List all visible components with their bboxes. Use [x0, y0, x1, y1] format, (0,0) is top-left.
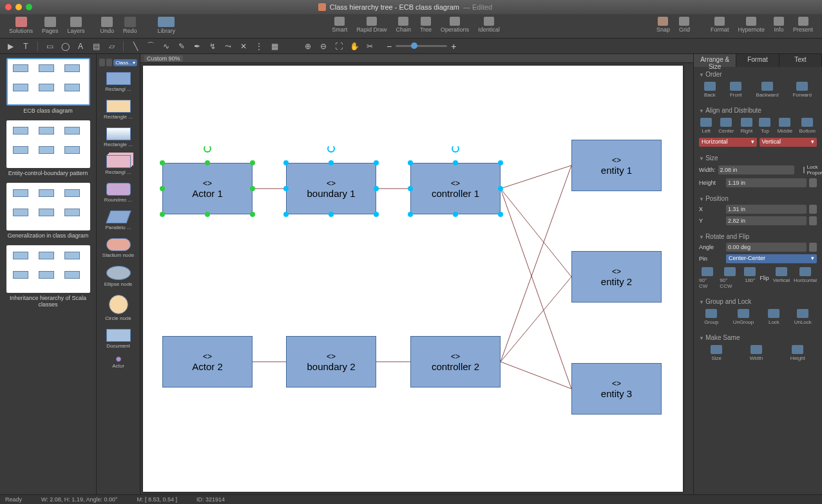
align-section-header[interactable]: Align and Distribute: [699, 106, 817, 115]
selection-handle[interactable]: [374, 212, 379, 217]
diagram-node[interactable]: <>Actor 2: [162, 336, 253, 387]
back-button[interactable]: Back: [704, 82, 716, 98]
layers-button[interactable]: Layers: [64, 15, 89, 35]
unlock-button[interactable]: UnLock: [794, 309, 812, 325]
grid-button[interactable]: Grid: [675, 15, 694, 34]
stencil-item[interactable]: Circle node: [97, 291, 140, 325]
selection-handle[interactable]: [160, 186, 165, 191]
selection-handle[interactable]: [408, 212, 413, 217]
selection-handle[interactable]: [329, 160, 334, 165]
top-button[interactable]: Top: [759, 118, 770, 134]
inspector-tab[interactable]: Format: [736, 54, 779, 67]
distribute-h-dropdown[interactable]: Horizontal▾: [699, 138, 757, 147]
selection-handle[interactable]: [453, 160, 458, 165]
info-button[interactable]: Info: [770, 15, 788, 34]
canvas-area[interactable]: Custom 90% <>Actor 1<>boundary 1<>contro…: [140, 54, 693, 494]
close-window-button[interactable]: [5, 4, 12, 10]
fit-tool[interactable]: ⛶: [332, 41, 345, 52]
page-thumbnail[interactable]: Inheritance hierarchy of Scala classes: [4, 245, 92, 308]
stencil-item[interactable]: Stadium node: [97, 234, 140, 262]
selection-handle[interactable]: [374, 186, 379, 191]
forward-button[interactable]: Forward: [793, 82, 812, 98]
undo-button[interactable]: Undo: [97, 15, 119, 35]
chain-button[interactable]: Chain: [392, 15, 415, 34]
selection-handle[interactable]: [205, 212, 210, 217]
diagram-node[interactable]: <>boundary 2: [286, 336, 376, 387]
selection-handle[interactable]: [408, 160, 413, 165]
selection-handle[interactable]: [283, 212, 289, 217]
diagram-node[interactable]: <>entity 1: [571, 140, 662, 191]
selection-handle[interactable]: [283, 160, 289, 165]
diagram-node[interactable]: <>entity 2: [571, 251, 662, 303]
distribute-v-dropdown[interactable]: Vertical▾: [760, 138, 817, 147]
90-ccw-button[interactable]: 90° CCW: [720, 267, 740, 289]
selection-handle[interactable]: [329, 212, 334, 217]
text-box-tool[interactable]: A: [74, 41, 87, 52]
library-button[interactable]: Library: [154, 15, 180, 35]
snap-button[interactable]: Snap: [653, 15, 674, 34]
x-input[interactable]: [726, 205, 807, 214]
selection-handle[interactable]: [250, 160, 255, 165]
selection-handle[interactable]: [205, 160, 210, 165]
group-section-header[interactable]: Group and Lock: [699, 297, 817, 306]
selection-handle[interactable]: [498, 212, 503, 217]
stencil-item[interactable]: Rectangl ...: [97, 68, 140, 96]
stencil-category-dropdown[interactable]: Class...▾: [113, 59, 137, 66]
hand-tool[interactable]: ✋: [348, 41, 361, 52]
middle-button[interactable]: Middle: [778, 118, 793, 134]
right-button[interactable]: Right: [741, 118, 753, 134]
rotation-handle[interactable]: [327, 145, 335, 153]
format-button[interactable]: Format: [707, 15, 733, 34]
zoom-minus-icon[interactable]: −: [387, 41, 392, 51]
ellipse-tool[interactable]: ◯: [59, 41, 72, 52]
hypernote-button[interactable]: Hypernote: [734, 15, 769, 34]
180--button[interactable]: 180°: [744, 267, 756, 289]
angle-input[interactable]: [726, 243, 807, 252]
selection-handle[interactable]: [498, 160, 503, 165]
selection-handle[interactable]: [408, 186, 413, 191]
diagram-node[interactable]: <>entity 3: [571, 363, 662, 415]
crop-tool[interactable]: ✂: [363, 41, 376, 52]
flip-vertical-button[interactable]: Vertical: [773, 267, 790, 289]
zoom-in-tool[interactable]: ⊕: [301, 41, 314, 52]
rect-tool[interactable]: ▭: [43, 41, 56, 52]
operations-button[interactable]: Operations: [437, 15, 473, 34]
solutions-button[interactable]: Solutions: [5, 15, 37, 35]
stencil-item[interactable]: Parallelo ...: [97, 207, 140, 234]
zoom-window-button[interactable]: [26, 4, 32, 10]
size-section-header[interactable]: Size: [699, 153, 817, 163]
selection-handle[interactable]: [160, 212, 165, 217]
rapid-draw-button[interactable]: Rapid Draw: [352, 15, 390, 34]
bottom-button[interactable]: Bottom: [799, 118, 815, 134]
zoom-plus-icon[interactable]: +: [451, 41, 456, 51]
diagram-node[interactable]: <>Actor 1: [162, 163, 253, 214]
order-section-header[interactable]: Order: [699, 70, 817, 79]
zoom-dropdown[interactable]: Custom 90%: [144, 55, 183, 62]
tree-button[interactable]: Tree: [416, 15, 435, 34]
stencil-item[interactable]: Roundrec ...: [97, 179, 140, 207]
pencil-tool[interactable]: ✎: [175, 41, 188, 52]
same-section-header[interactable]: Make Same: [699, 333, 817, 342]
connector-tool[interactable]: ↯: [206, 41, 219, 52]
left-button[interactable]: Left: [700, 118, 712, 134]
table-tool[interactable]: ▤: [90, 41, 102, 52]
stencil-nav-fwd[interactable]: [106, 59, 112, 66]
edit-points-tool[interactable]: ⋮: [253, 41, 265, 52]
selection-handle[interactable]: [250, 212, 255, 217]
pen-tool[interactable]: ✒: [191, 41, 204, 52]
selection-handle[interactable]: [250, 186, 255, 191]
backward-button[interactable]: Backward: [756, 82, 779, 98]
inspector-tab[interactable]: Text: [779, 54, 822, 67]
angle-stepper[interactable]: [809, 243, 817, 252]
size-button[interactable]: Size: [711, 345, 722, 361]
pin-dropdown[interactable]: Center-Center▾: [726, 254, 817, 263]
position-section-header[interactable]: Position: [699, 194, 817, 203]
x-stepper[interactable]: [809, 205, 817, 214]
callout-tool[interactable]: ▱: [105, 41, 118, 52]
text-tool[interactable]: T: [19, 41, 32, 52]
ungroup-button[interactable]: UnGroup: [733, 309, 754, 325]
stencil-nav-back[interactable]: [99, 59, 105, 66]
selection-handle[interactable]: [498, 186, 503, 191]
y-input[interactable]: [726, 216, 807, 225]
minimize-window-button[interactable]: [15, 4, 22, 10]
